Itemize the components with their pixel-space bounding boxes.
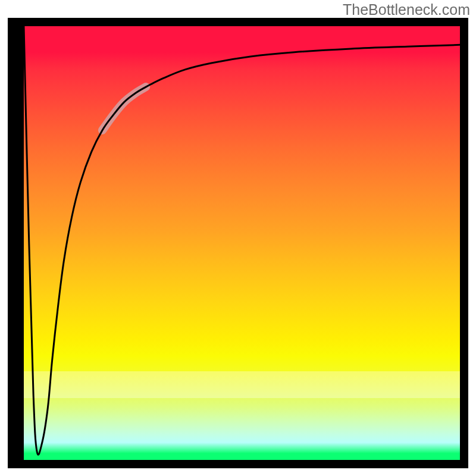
chart-curve-layer	[24, 26, 460, 460]
bottleneck-curve	[24, 26, 460, 455]
chart-outer-frame	[8, 18, 468, 468]
chart-plot-area	[24, 26, 460, 460]
watermark-text: TheBottleneck.com	[343, 1, 470, 18]
curve-highlight-segment	[102, 87, 146, 130]
